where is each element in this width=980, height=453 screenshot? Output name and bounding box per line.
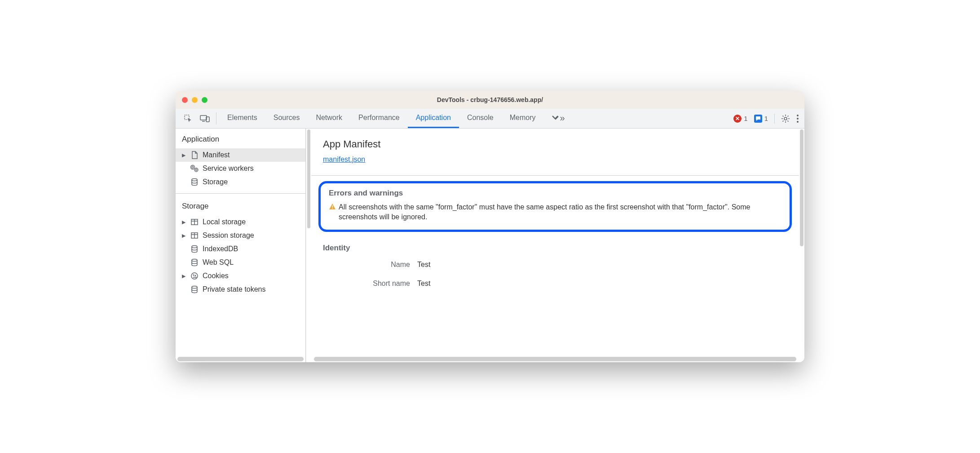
expand-arrow-icon[interactable]: ▶ (182, 233, 186, 239)
warning-text: All screenshots with the same "form_fact… (339, 202, 781, 222)
sidebar-horizontal-scrollbar[interactable] (177, 357, 304, 361)
svg-point-11 (194, 168, 198, 172)
identity-row-name: Name Test (323, 261, 787, 269)
sidebar-item-service-workers[interactable]: ▶ Service workers (176, 162, 305, 175)
database-icon (190, 178, 199, 187)
error-icon: ✕ (733, 115, 742, 123)
tab-memory[interactable]: Memory (502, 109, 544, 128)
main-scroll-area: App Manifest manifest.json Errors and wa… (311, 129, 799, 362)
expand-arrow-icon[interactable]: ▶ (182, 273, 186, 279)
svg-point-5 (797, 115, 799, 116)
toolbar-right: ✕ 1 1 (728, 109, 804, 128)
sidebar-divider (176, 193, 305, 194)
svg-point-6 (797, 118, 799, 120)
svg-point-23 (195, 275, 196, 276)
pane-header: App Manifest manifest.json (311, 129, 799, 169)
scrollbar-thumb[interactable] (800, 129, 803, 246)
manifest-link[interactable]: manifest.json (323, 155, 365, 163)
warning-message: All screenshots with the same "form_fact… (329, 202, 781, 222)
identity-key: Short name (323, 280, 417, 288)
identity-value: Test (417, 261, 430, 269)
svg-point-8 (192, 166, 194, 168)
identity-section: Identity Name Test Short name Test (311, 237, 799, 305)
tab-network[interactable]: Network (308, 109, 350, 128)
main-panel: App Manifest manifest.json Errors and wa… (311, 129, 804, 362)
scrollbar-thumb[interactable] (307, 129, 310, 228)
gears-icon (190, 164, 199, 173)
sidebar-section-title: Application (176, 129, 305, 148)
sidebar-item-label: Local storage (203, 218, 246, 226)
sidebar-item-cookies[interactable]: ▶ Cookies (176, 269, 305, 283)
identity-value: Test (417, 280, 430, 288)
svg-point-9 (191, 165, 195, 169)
svg-point-10 (195, 169, 197, 171)
main-horizontal-scrollbar[interactable] (314, 357, 796, 361)
more-tabs-button[interactable]: » (543, 109, 572, 128)
sidebar-item-label: Web SQL (203, 258, 234, 266)
cookie-icon (190, 271, 199, 280)
message-icon (754, 115, 762, 123)
warning-icon (329, 203, 336, 210)
sidebar-item-label: Service workers (203, 164, 254, 173)
sidebar-item-manifest[interactable]: ▶ Manifest (176, 148, 305, 162)
svg-point-24 (194, 277, 194, 278)
errors-warnings-box: Errors and warnings All screenshots with… (318, 181, 792, 232)
database-icon (190, 244, 199, 253)
panel-tabs: Elements Sources Network Performance App… (219, 109, 728, 128)
device-toolbar-icon[interactable] (196, 109, 213, 128)
sidebar-item-indexeddb[interactable]: ▶ IndexedDB (176, 242, 305, 256)
tab-console[interactable]: Console (459, 109, 502, 128)
svg-point-12 (192, 179, 197, 181)
inspect-element-icon[interactable] (180, 109, 196, 128)
sidebar-vertical-scrollbar[interactable] (306, 129, 311, 362)
tab-application[interactable]: Application (408, 109, 459, 128)
svg-point-22 (193, 275, 194, 275)
toolbar-divider (774, 114, 775, 124)
settings-icon[interactable] (781, 114, 790, 123)
svg-rect-1 (200, 115, 207, 120)
sidebar-item-label: Cookies (203, 272, 229, 280)
expand-arrow-icon[interactable]: ▶ (182, 219, 186, 225)
table-icon (190, 231, 199, 240)
pane-title: App Manifest (323, 138, 787, 150)
identity-row-short-name: Short name Test (323, 280, 787, 288)
svg-point-21 (191, 273, 198, 279)
sidebar-item-session-storage[interactable]: ▶ Session storage (176, 229, 305, 242)
window-title: DevTools - crbug-1476656.web.app/ (176, 96, 804, 103)
database-icon (190, 258, 199, 267)
titlebar: DevTools - crbug-1476656.web.app/ (176, 91, 804, 109)
sidebar-item-storage[interactable]: ▶ Storage (176, 175, 305, 189)
svg-point-4 (784, 117, 787, 120)
tab-sources[interactable]: Sources (265, 109, 308, 128)
message-count-badge[interactable]: 1 (754, 115, 768, 123)
error-count-badge[interactable]: ✕ 1 (733, 115, 747, 123)
message-count: 1 (764, 115, 768, 122)
sidebar-section-title: Storage (176, 195, 305, 215)
file-icon (190, 151, 199, 160)
expand-arrow-icon[interactable]: ▶ (182, 152, 186, 158)
toolbar-divider (216, 112, 216, 124)
error-count: 1 (744, 115, 747, 122)
table-icon (190, 218, 199, 226)
identity-heading: Identity (323, 244, 787, 253)
sidebar-item-web-sql[interactable]: ▶ Web SQL (176, 256, 305, 269)
svg-point-25 (195, 277, 196, 278)
errors-heading: Errors and warnings (329, 189, 781, 198)
sidebar-item-local-storage[interactable]: ▶ Local storage (176, 215, 305, 229)
sidebar-item-label: Private state tokens (203, 285, 266, 293)
svg-point-26 (192, 286, 197, 289)
sidebar-item-label: Storage (203, 178, 228, 186)
more-options-icon[interactable] (796, 114, 799, 123)
tab-performance[interactable]: Performance (350, 109, 408, 128)
tab-elements[interactable]: Elements (219, 109, 265, 128)
sidebar-item-private-state-tokens[interactable]: ▶ Private state tokens (176, 283, 305, 296)
sidebar-item-label: IndexedDB (203, 245, 238, 253)
main-vertical-scrollbar[interactable] (799, 129, 804, 362)
svg-point-19 (192, 246, 197, 248)
main-toolbar: Elements Sources Network Performance App… (176, 109, 804, 129)
svg-point-7 (797, 121, 799, 123)
sidebar-item-label: Manifest (203, 151, 230, 159)
identity-key: Name (323, 261, 417, 269)
database-icon (190, 285, 199, 294)
section-divider (311, 175, 799, 176)
